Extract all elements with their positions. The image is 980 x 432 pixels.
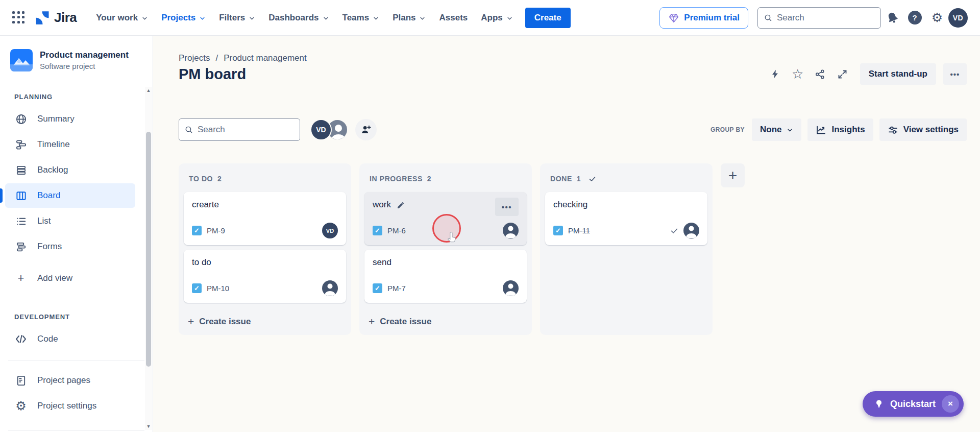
card-pm-9[interactable]: crearte ✓ PM-9 VD	[184, 192, 346, 245]
chevron-down-icon	[419, 15, 426, 21]
board-toolbar: VD GROUP BY None	[179, 118, 967, 141]
scroll-up-icon[interactable]: ▲	[145, 88, 152, 93]
start-standup-button[interactable]: Start stand-up	[860, 63, 936, 85]
person-add-icon	[360, 124, 372, 135]
help-button[interactable]: ?	[903, 7, 926, 29]
nav-dashboards[interactable]: Dashboards	[262, 8, 335, 28]
plus-icon: +	[728, 167, 738, 184]
card-more-button[interactable]: •••	[495, 198, 519, 216]
nav-teams[interactable]: Teams	[336, 8, 386, 28]
card-pm-7[interactable]: send ✓ PM-7	[364, 250, 527, 303]
nav-filters[interactable]: Filters	[213, 8, 261, 28]
gear-icon: ⚙	[14, 400, 28, 412]
nav-apps[interactable]: Apps	[475, 8, 519, 28]
breadcrumb-projects[interactable]: Projects	[179, 53, 210, 63]
chevron-down-icon	[323, 15, 329, 21]
close-icon: ×	[948, 399, 953, 409]
share-button[interactable]	[810, 64, 830, 84]
fullscreen-button[interactable]	[832, 64, 853, 84]
nav-your-work[interactable]: Your work	[90, 8, 154, 28]
primary-nav: Your work Projects Filters Dashboards Te…	[90, 8, 519, 28]
task-type-icon: ✓	[192, 226, 202, 235]
sidebar-scrollbar[interactable]: ▲ ▼	[145, 87, 152, 430]
timeline-icon	[14, 139, 28, 151]
scrollbar-thumb[interactable]	[146, 132, 151, 367]
sidebar-item-project-pages[interactable]: Project pages	[5, 368, 135, 393]
globe-icon	[14, 113, 28, 125]
lightbulb-icon	[874, 399, 884, 409]
settings-button[interactable]: ⚙	[926, 7, 948, 29]
sidebar-add-view[interactable]: + Add view	[5, 266, 135, 291]
breadcrumb-product-management[interactable]: Product management	[224, 53, 307, 63]
user-avatar[interactable]: VD	[948, 8, 968, 28]
project-header[interactable]: Product management Software project	[0, 49, 153, 71]
card-pm-10[interactable]: to do ✓ PM-10	[184, 250, 346, 303]
plus-icon: +	[188, 316, 194, 327]
assignee-avatar-unassigned[interactable]	[503, 280, 519, 296]
nav-plans[interactable]: Plans	[386, 8, 432, 28]
assignee-avatar-unassigned[interactable]	[503, 223, 519, 238]
favourite-button[interactable]: ☆	[788, 64, 808, 84]
issue-key: PM-10	[207, 284, 229, 293]
add-column-button[interactable]: +	[721, 163, 745, 187]
nav-assets[interactable]: Assets	[433, 8, 474, 28]
board-more-button[interactable]: •••	[943, 63, 967, 85]
list-icon	[14, 215, 28, 227]
sidebar-item-forms[interactable]: Forms	[5, 234, 135, 259]
chevron-down-icon	[249, 15, 255, 21]
task-type-icon: ✓	[373, 226, 382, 235]
edit-pencil-icon[interactable]	[397, 201, 405, 209]
expand-icon	[837, 69, 848, 80]
member-avatar-vd[interactable]: VD	[310, 119, 332, 140]
column-count: 2	[427, 175, 431, 183]
global-search-input[interactable]	[777, 13, 874, 23]
notifications-button[interactable]	[881, 7, 903, 29]
assignee-avatar-unassigned[interactable]	[683, 223, 699, 238]
chevron-down-icon	[787, 127, 793, 133]
issue-key: PM-9	[207, 226, 225, 235]
add-people-button[interactable]	[355, 119, 377, 140]
jira-logo[interactable]: Jira	[35, 10, 77, 26]
sidebar-item-summary[interactable]: Summary	[5, 107, 135, 131]
sidebar-item-backlog[interactable]: Backlog	[5, 158, 135, 182]
sidebar-item-list[interactable]: List	[5, 209, 135, 233]
quickstart-widget[interactable]: Quickstart ×	[863, 391, 964, 417]
bell-icon	[884, 9, 901, 26]
insights-button[interactable]: Insights	[807, 118, 873, 141]
view-settings-button[interactable]: View settings	[879, 118, 967, 141]
card-pm-6[interactable]: work ••• ✓ PM-6	[364, 192, 527, 245]
assignee-avatar[interactable]: VD	[322, 223, 338, 238]
quickstart-close-button[interactable]: ×	[942, 395, 959, 413]
column-in-progress: IN PROGRESS 2 work ••• ✓ PM-6	[359, 163, 532, 335]
quickstart-label: Quickstart	[890, 399, 936, 410]
premium-trial-button[interactable]: Premium trial	[659, 7, 748, 29]
question-mark-icon: ?	[908, 11, 922, 25]
project-avatar	[10, 49, 33, 71]
sidebar-item-project-settings[interactable]: ⚙ Project settings	[5, 394, 135, 418]
group-by-select[interactable]: None	[752, 118, 802, 141]
search-icon	[185, 125, 193, 134]
group-by-label: GROUP BY	[710, 126, 745, 133]
page-header: PM board ☆ Start	[179, 63, 967, 85]
sidebar-item-timeline[interactable]: Timeline	[5, 132, 135, 157]
board-icon	[14, 190, 28, 202]
create-issue-button[interactable]: + Create issue	[184, 311, 346, 330]
column-count: 2	[217, 175, 222, 183]
sidebar-divider	[8, 430, 144, 431]
assignee-avatar-unassigned[interactable]	[322, 280, 338, 296]
person-icon	[683, 223, 699, 238]
card-pm-11[interactable]: checking ✓ PM-11	[545, 192, 707, 245]
sidebar-item-board[interactable]: Board	[5, 183, 135, 208]
create-issue-button[interactable]: + Create issue	[364, 311, 527, 330]
app-switcher-icon[interactable]	[12, 11, 26, 25]
nav-projects[interactable]: Projects	[155, 8, 212, 28]
sidebar-item-code[interactable]: Code	[5, 327, 135, 351]
board-search-input[interactable]	[198, 125, 294, 135]
scroll-down-icon[interactable]: ▼	[145, 424, 152, 429]
search-icon	[764, 13, 772, 22]
jira-logo-icon	[35, 10, 50, 26]
breadcrumb-separator: /	[215, 53, 218, 63]
automation-button[interactable]	[765, 64, 786, 84]
create-button[interactable]: Create	[525, 8, 571, 28]
task-type-icon: ✓	[373, 283, 382, 293]
